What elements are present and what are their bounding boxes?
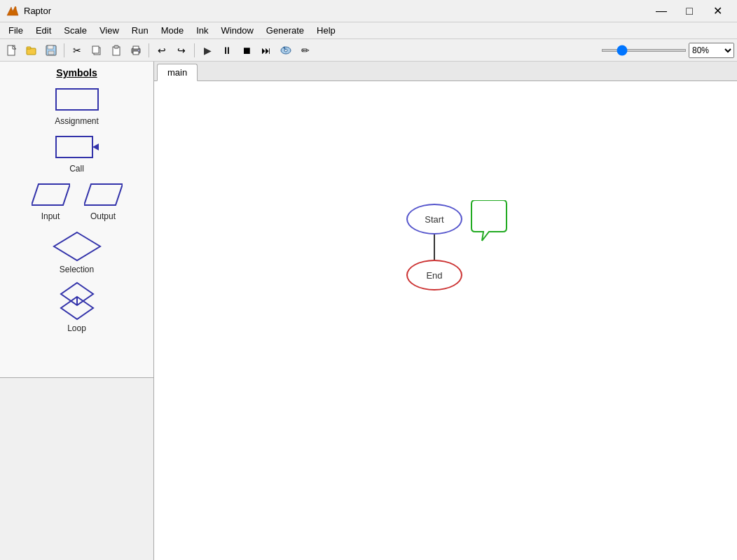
pen-button[interactable]: ✏ xyxy=(296,42,315,59)
call-icon xyxy=(53,133,102,161)
minimize-button[interactable]: — xyxy=(647,1,675,21)
close-button[interactable]: ✕ xyxy=(703,1,731,21)
output-icon xyxy=(84,181,123,209)
start-node[interactable]: Start xyxy=(406,204,462,234)
loop-icon xyxy=(53,281,102,321)
assignment-label: Assignment xyxy=(55,116,99,126)
selection-icon xyxy=(53,231,102,262)
app-title: Raptor xyxy=(24,6,51,16)
menu-view[interactable]: View xyxy=(94,24,125,37)
titlebar-left: Raptor xyxy=(6,4,51,18)
input-symbol[interactable]: Input xyxy=(32,181,70,221)
menu-generate[interactable]: Generate xyxy=(261,24,310,37)
end-node[interactable]: End xyxy=(406,260,462,290)
input-icon xyxy=(32,181,70,209)
menu-help[interactable]: Help xyxy=(311,24,341,37)
svg-marker-24 xyxy=(32,184,70,205)
zoom-area: 50% 60% 70% 80% 90% 100% 125% 150% 200% xyxy=(602,43,734,58)
menubar: File Edit Scale View Run Mode Ink Window… xyxy=(0,22,737,39)
tabs-bar: main xyxy=(154,62,737,81)
svg-point-1 xyxy=(15,6,17,8)
watch-button[interactable] xyxy=(277,42,295,59)
svg-rect-21 xyxy=(56,136,92,158)
svg-point-16 xyxy=(138,50,139,51)
new-button[interactable] xyxy=(3,42,21,59)
sep2 xyxy=(149,43,149,57)
main-area: Symbols Assignment Call xyxy=(0,62,737,560)
paste-button[interactable] xyxy=(107,42,125,59)
preview-panel xyxy=(0,378,153,560)
symbols-title: Symbols xyxy=(6,67,148,78)
svg-rect-20 xyxy=(56,89,98,110)
stop-button[interactable]: ⏹ xyxy=(237,42,256,59)
svg-marker-30 xyxy=(54,232,100,260)
copy-button[interactable] xyxy=(88,42,106,59)
svg-rect-12 xyxy=(114,46,118,48)
sep1 xyxy=(64,43,64,57)
selection-label: Selection xyxy=(60,265,94,274)
canvas-area: main Start End xyxy=(154,62,737,560)
svg-rect-14 xyxy=(133,46,139,49)
speech-bubble xyxy=(468,200,510,249)
input-output-row: Input Output xyxy=(6,181,148,228)
app-icon xyxy=(6,4,20,18)
symbols-panel: Symbols Assignment Call xyxy=(0,62,153,378)
zoom-select[interactable]: 50% 60% 70% 80% 90% 100% 125% 150% 200% xyxy=(689,43,734,58)
sep3 xyxy=(194,43,195,57)
menu-edit[interactable]: Edit xyxy=(30,24,57,37)
svg-marker-0 xyxy=(7,6,18,15)
loop-symbol[interactable]: Loop xyxy=(6,281,148,333)
call-label: Call xyxy=(69,164,84,174)
print-button[interactable] xyxy=(127,42,145,59)
output-label: Output xyxy=(90,211,116,221)
svg-rect-8 xyxy=(48,51,54,55)
undo-button[interactable]: ↩ xyxy=(153,42,171,59)
menu-run[interactable]: Run xyxy=(126,24,154,37)
output-symbol[interactable]: Output xyxy=(84,181,123,221)
menu-window[interactable]: Window xyxy=(216,24,259,37)
redo-button[interactable]: ↪ xyxy=(172,42,191,59)
svg-rect-15 xyxy=(133,51,139,55)
titlebar: Raptor — □ ✕ xyxy=(0,0,737,22)
start-label: Start xyxy=(425,214,443,225)
maximize-button[interactable]: □ xyxy=(675,1,703,21)
step-button[interactable]: ⏭ xyxy=(257,42,275,59)
svg-rect-5 xyxy=(27,47,31,49)
selection-symbol[interactable]: Selection xyxy=(6,231,148,274)
pause-button[interactable]: ⏸ xyxy=(218,42,236,59)
svg-rect-7 xyxy=(48,46,53,49)
toolbar: ✂ ↩ ↪ ▶ ⏸ ⏹ ⏭ ✏ 50% 60% 70% 80% 90% 100%… xyxy=(0,39,737,62)
save-button[interactable] xyxy=(42,42,60,59)
input-label: Input xyxy=(41,211,60,221)
menu-mode[interactable]: Mode xyxy=(156,24,190,37)
sidebar: Symbols Assignment Call xyxy=(0,62,154,560)
svg-marker-27 xyxy=(84,184,123,205)
assignment-symbol[interactable]: Assignment xyxy=(6,85,148,126)
menu-ink[interactable]: Ink xyxy=(191,24,214,37)
svg-rect-10 xyxy=(92,46,99,53)
titlebar-controls: — □ ✕ xyxy=(647,1,731,21)
svg-marker-23 xyxy=(92,144,99,150)
connector-line xyxy=(434,234,435,260)
assignment-icon xyxy=(53,85,102,113)
loop-label: Loop xyxy=(67,323,86,333)
call-symbol[interactable]: Call xyxy=(6,133,148,174)
run-button[interactable]: ▶ xyxy=(198,42,216,59)
tab-main[interactable]: main xyxy=(157,64,198,81)
open-button[interactable] xyxy=(22,42,41,59)
end-label: End xyxy=(426,270,442,281)
menu-scale[interactable]: Scale xyxy=(58,24,92,37)
canvas[interactable]: Start End xyxy=(154,81,737,560)
cut-button[interactable]: ✂ xyxy=(68,42,86,59)
menu-file[interactable]: File xyxy=(3,24,29,37)
zoom-slider[interactable] xyxy=(602,49,686,52)
